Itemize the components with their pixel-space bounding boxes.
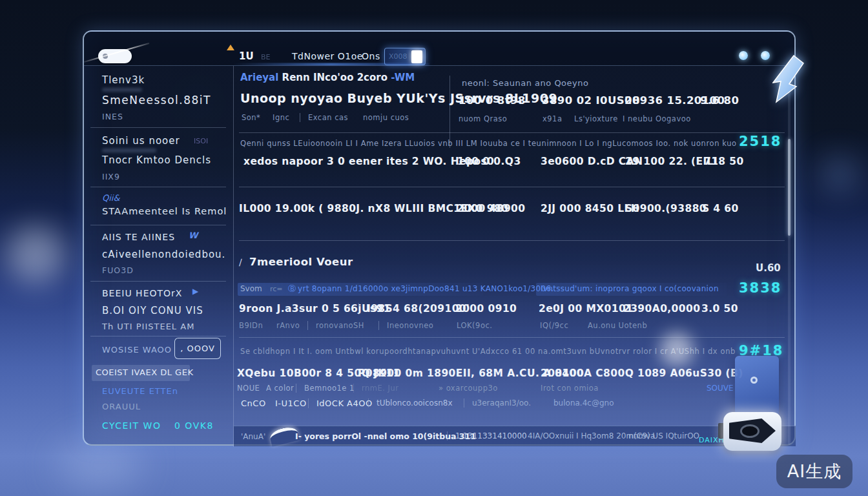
row-sub: LOK(9oc. [457, 321, 492, 330]
stat-label: nuom Qraso [459, 114, 507, 123]
row-sub: ronovanoSH [307, 321, 364, 330]
sidebar-item-tlenv[interactable]: Tlenv3k [102, 74, 145, 86]
sidebar-item-tnocr[interactable]: Tnocr Kmtoo Dencls [102, 154, 211, 166]
sidebar-item-coeist[interactable]: COEIST IVAEX DL GEK [92, 365, 190, 381]
row-cell: 718 50 [704, 156, 744, 167]
app-window: 1U BE TdNower O1oe Ons X008 Tlenv3k SmeN… [83, 30, 796, 446]
row-sub: A color [266, 384, 294, 393]
sidebar-item-caivee[interactable]: cAiveellenondoiedbou. [102, 249, 225, 260]
statusbar-brand: 'AnuA' [241, 432, 265, 441]
row-header: Qenni qunss LEuioonooin LI I Ame Izera L… [240, 139, 736, 148]
link-prefix: Svom [240, 284, 262, 293]
sidebar-item-smeneessol[interactable]: SmeNeessol.88iT [102, 94, 211, 107]
row-sub: Ineonovneo [378, 321, 433, 330]
stat-label: x91a [542, 114, 563, 123]
sidebar-footer-cyceit[interactable]: CYCEIT WO [102, 420, 161, 431]
scrollbar-track[interactable] [788, 70, 790, 445]
tab-secondary[interactable]: Ons [362, 51, 380, 61]
sidebar-tag: ISOI [194, 137, 208, 145]
divider [90, 127, 226, 128]
device-lens-icon [740, 424, 760, 438]
sidebar-item-staameenteel[interactable]: STAAmeenteel Is Remol [102, 206, 227, 216]
row-sub: Bemnoo1e 1 [296, 384, 355, 393]
ai-watermark-label: AI生成 [787, 460, 842, 483]
device-render [723, 412, 781, 451]
left-link[interactable]: yrt 8opann 1/d16000o xe3jimnpDoo841 u13 … [298, 284, 553, 293]
row-cell: S 4 60 [702, 203, 739, 214]
right-link[interactable]: Ivntssud'um: inoprora gqoox I co(coovani… [541, 284, 719, 293]
flight-sub-item[interactable]: Son* [242, 113, 260, 122]
row-sub: Au.onu Uotenb [588, 321, 647, 330]
row-sub: rnmE. Jur [353, 384, 399, 393]
sparkle-icon: Qii& [102, 193, 120, 203]
sidebar-item-thuti[interactable]: Th UTI PIISTEEL AM [102, 322, 194, 331]
play-icon: ▶ [192, 287, 198, 296]
sidebar-label-wosise: WOSISE WAOO [102, 345, 172, 355]
row-cell: I98S4 68(209100' [358, 303, 470, 315]
row-header: Se cbldhopn I It I. oom Untbwl korupoord… [240, 347, 736, 356]
row-cell: 2000 48900 [457, 203, 525, 214]
smudge-decoration [102, 149, 156, 152]
sidebar-item-aiis[interactable]: AIIS TE AIINES [102, 232, 175, 242]
sidebar-item-iix9[interactable]: IIX9 [102, 172, 120, 181]
row-cell: CnCO [241, 398, 266, 408]
smudge-decoration [102, 88, 142, 92]
sidebar-item-ines[interactable]: INES [102, 112, 123, 121]
window-control-dot[interactable] [761, 51, 770, 60]
sidebar-item-soini[interactable]: Soini us nooer [102, 135, 180, 147]
divider [239, 240, 785, 241]
sidebar-item-fuo3d[interactable]: FUO3D [102, 265, 134, 275]
flight-sub-item[interactable]: nomju cuos [363, 113, 409, 122]
row-sub: Irot con omioa [541, 384, 599, 393]
tab-glow-underline [232, 63, 429, 65]
statusbar-text: 4IA/OOxnuii I Hq3om8 20m(C9) US IQtuirOO [528, 431, 699, 440]
sidebar-item-coeist-label: COEIST IVAEX DL GEK [96, 367, 193, 377]
stat-label: Ls'yioxture [574, 114, 618, 123]
statusbar-text: nnmva [628, 431, 655, 440]
souve-link[interactable]: SOUVE [707, 384, 734, 393]
flight-sub-item[interactable]: Ignc [273, 113, 289, 122]
flight-sub-item[interactable]: Excan cas [300, 113, 348, 122]
app-icon[interactable]: 1U [239, 50, 254, 62]
tab-main[interactable]: TdNower O1oe [292, 51, 363, 61]
row-cell: 2e0J 00 MX0101 [539, 303, 633, 315]
row-cell: tUblonco.ooicosn8x [368, 398, 452, 408]
ooov-button[interactable]: , OOOV [174, 338, 221, 359]
circled-b-icon: Ⓑ [288, 284, 296, 294]
tab-active-label: X008 [389, 52, 408, 61]
flight-title-main: Renn INco'oo 2coro [278, 72, 391, 83]
row-cell: u3eraqanI3/oo. [464, 398, 531, 408]
device-render [735, 356, 779, 419]
divider [239, 187, 785, 187]
tab-marker-icon [227, 45, 234, 50]
stat-label: I neubu Oogavoo [623, 114, 691, 123]
divider [239, 132, 785, 133]
row-sub: » oxarcoupp3o [439, 384, 498, 393]
stats-header: neonl: Seaunan ano Qoeyno [462, 78, 588, 88]
row-cell: 2390A0,0000 [623, 303, 700, 315]
window-control-dot[interactable] [739, 51, 748, 60]
bokeh-glow [58, 439, 142, 491]
tab-active[interactable]: X008 [384, 48, 426, 65]
flight-title-prefix: Arieyal [240, 72, 278, 83]
statusbar-text: 1.1311331410000 [447, 431, 527, 440]
section-right-value: U.60 [756, 262, 781, 274]
sidebar-item-boioiy[interactable]: B.OI OIY CONU VIS [102, 305, 203, 316]
w-icon: W [189, 231, 198, 240]
bokeh-glow [6, 226, 65, 284]
sidebar-item-euveute[interactable]: EUVEUTE ETTEn [102, 386, 178, 396]
tab-strip: 1U BE TdNower O1oe Ons X008 [84, 32, 794, 66]
row-cell: 2000 0910 [455, 303, 517, 315]
section-title: 7meeriool Voeur [249, 256, 353, 268]
row-cell: 200100A C800Q 1089 A06uS30 (B) [541, 367, 743, 379]
row-cell: 100 0 0.Q3 [457, 156, 521, 167]
app-icon-sub: BE [261, 53, 271, 61]
divider [90, 187, 226, 187]
price-badge: 3838 [739, 280, 781, 296]
scrollbar-thumb[interactable] [788, 139, 790, 236]
row-cell: 3.0 50 [701, 303, 738, 315]
row-sub: NOUE [237, 384, 260, 393]
row-sub: rAnvo [276, 321, 300, 330]
sidebar-item-orauul[interactable]: ORAUUL [102, 402, 141, 411]
sidebar-item-beeiu[interactable]: BEEIU HEOTOrX [102, 288, 182, 298]
